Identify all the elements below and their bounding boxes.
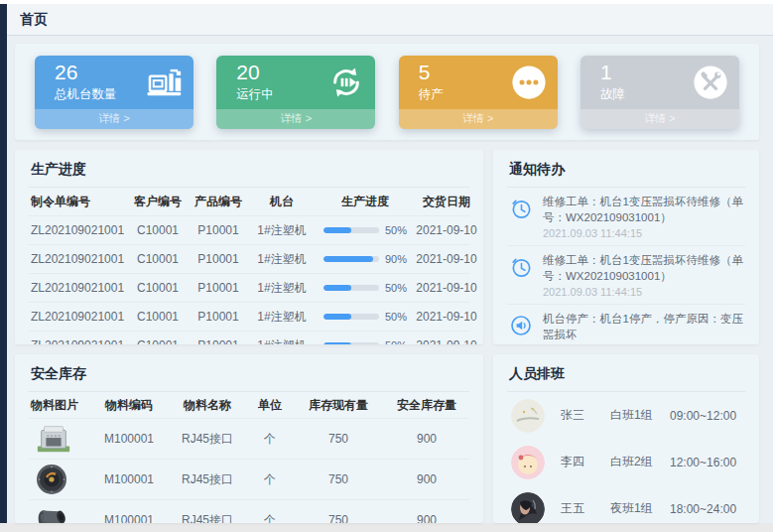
total-machines-label: 总机台数量 (55, 86, 136, 103)
inventory-panel-title: 安全库存 (29, 360, 469, 392)
order-no: ZL202109021001 (29, 281, 128, 295)
inventory-table-row: M100001 RJ45接口 个 750 900 (29, 418, 469, 459)
speaker-icon (509, 312, 535, 344)
running-detail-link[interactable]: 详情 > (281, 111, 312, 126)
column-header: 制令单编号 (29, 194, 128, 210)
progress-bar (323, 314, 379, 320)
delivery-date: 2021-09-10 (416, 252, 477, 266)
card-footer: 详情 > (35, 109, 193, 129)
production-table-header: 制令单编号 客户编号 产品编号 机台 生产进度 交货日期 (29, 188, 469, 215)
progress-label: 50% (385, 339, 407, 344)
notification-content: 机台停产：机台1停产，停产原因：变压噐损坏 2021.09.03 11:44:1… (543, 312, 745, 344)
machine: 1#注塑机 (249, 222, 315, 239)
column-header: 生产进度 (315, 194, 416, 210)
customer-no: C10001 (128, 281, 188, 295)
progress-cell: 90% (315, 253, 416, 265)
clock-icon (509, 253, 535, 298)
stat-card-fault[interactable]: 1 故障 详情 > (580, 56, 739, 129)
lisi-avatar (511, 446, 545, 479)
production-table-row: ZL202109021001 C10001 P10001 1#注塑机 90% 2… (29, 244, 469, 273)
employee-name: 张三 (561, 407, 610, 424)
shift-label: 夜班1组 (610, 500, 670, 517)
total-machines-detail-link[interactable]: 详情 > (98, 111, 129, 126)
notification-text: 维修工单：机台1变压噐损坏待维修（单号：WX202109031001） (543, 195, 745, 225)
rj45-connector-image (29, 423, 90, 455)
collapsed-sidebar[interactable] (0, 4, 7, 523)
content-area: 26 总机台数量 (7, 36, 773, 523)
delivery-date: 2021-09-10 (416, 310, 477, 324)
zhangsan-avatar (511, 399, 545, 433)
fault-detail-link[interactable]: 详情 > (644, 111, 675, 126)
customer-no: C10001 (128, 223, 188, 237)
column-header: 物料图片 (29, 397, 90, 414)
material-name: RJ45接口 (168, 431, 247, 448)
progress-cell: 50% (315, 339, 416, 344)
ellipsis-icon (500, 64, 558, 101)
waiting-label: 待产 (419, 86, 500, 103)
notification-time: 2021.09.03 11:44:15 (543, 227, 745, 239)
notifications-panel-title: 通知待办 (507, 156, 745, 188)
waiting-detail-link[interactable]: 详情 > (462, 111, 493, 126)
employee-name: 李四 (561, 454, 610, 470)
shift-time: 18:00~24:00 (670, 502, 736, 516)
speaker-front-image (29, 463, 90, 496)
progress-label: 50% (385, 282, 407, 294)
clock-icon (509, 195, 535, 239)
schedule-row: 王五 夜班1组 18:00~24:00 (507, 485, 745, 523)
running-label: 运行中 (236, 86, 318, 103)
delivery-date: 2021-09-10 (416, 223, 477, 237)
column-header: 产品编号 (188, 194, 249, 210)
card-body: 26 总机台数量 (35, 56, 193, 109)
safety-stock: 900 (384, 513, 469, 523)
stat-card-total-machines[interactable]: 26 总机台数量 (35, 56, 193, 129)
cycle-icon (318, 64, 375, 101)
machine: 1#注塑机 (249, 309, 315, 326)
stat-card-waiting[interactable]: 5 待产 详情 > (399, 56, 558, 129)
notification-item[interactable]: 维修工单：机台1变压噐损坏待维修（单号：WX202109031001） 2021… (507, 246, 745, 305)
inventory-table-row: M100001 RJ45接口 个 750 900 (29, 499, 469, 523)
progress-label: 50% (385, 224, 407, 236)
notification-text: 机台停产：机台1停产，停产原因：变压噐损坏 (543, 312, 745, 342)
progress-cell: 50% (315, 311, 416, 323)
card-footer: 详情 > (216, 109, 375, 129)
notification-time: 2021.09.03 11:44:15 (543, 286, 745, 298)
employee-name: 王五 (561, 500, 610, 517)
delivery-date: 2021-09-10 (416, 338, 477, 344)
customer-no: C10001 (128, 310, 188, 324)
progress-bar (323, 285, 379, 291)
card-text: 26 总机台数量 (35, 61, 136, 102)
fault-value: 1 (600, 61, 682, 84)
total-machines-value: 26 (55, 61, 136, 84)
production-table-row: ZL202109021001 C10001 P10001 1#注塑机 50% 2… (29, 215, 469, 244)
stat-card-running[interactable]: 20 运行中 (216, 56, 375, 129)
product-no: P10001 (188, 281, 249, 295)
column-header: 库存现有量 (293, 397, 384, 414)
product-no: P10001 (188, 310, 249, 324)
panels-grid: 生产进度 制令单编号 客户编号 产品编号 机台 生产进度 交货日期 ZL2021… (15, 150, 759, 523)
stat-cards-panel: 26 总机台数量 (15, 44, 759, 140)
column-header: 物料名称 (168, 397, 247, 414)
progress-bar (323, 342, 379, 344)
card-text: 5 待产 (399, 61, 500, 102)
fault-label: 故障 (600, 86, 682, 103)
product-no: P10001 (188, 338, 249, 344)
main-area: 首页 26 总机台数量 (7, 4, 773, 523)
notification-item[interactable]: 维修工单：机台1变压噐损坏待维修（单号：WX202109031001） 2021… (507, 188, 745, 246)
shift-time: 12:00~16:00 (670, 456, 736, 469)
horizontal-scrollbar[interactable] (0, 523, 773, 532)
safety-inventory-panel: 安全库存 物料图片 物料编码 物料名称 单位 库存现有量 安全库存量 (15, 354, 483, 523)
progress-bar (323, 256, 379, 262)
card-body: 5 待产 (399, 56, 558, 109)
tab-home[interactable]: 首页 (20, 11, 48, 29)
material-code: M100001 (90, 432, 168, 446)
speaker-side-image (29, 503, 90, 523)
column-header: 安全库存量 (384, 397, 469, 414)
material-code: M100001 (90, 472, 168, 486)
customer-no: C10001 (128, 252, 188, 266)
column-header: 机台 (249, 194, 315, 210)
unit: 个 (247, 512, 293, 524)
card-body: 1 故障 (580, 56, 739, 109)
machine: 1#注塑机 (249, 251, 315, 268)
material-name: RJ45接口 (168, 471, 247, 488)
notification-item[interactable]: 机台停产：机台1停产，停产原因：变压噐损坏 2021.09.03 11:44:1… (507, 305, 745, 344)
